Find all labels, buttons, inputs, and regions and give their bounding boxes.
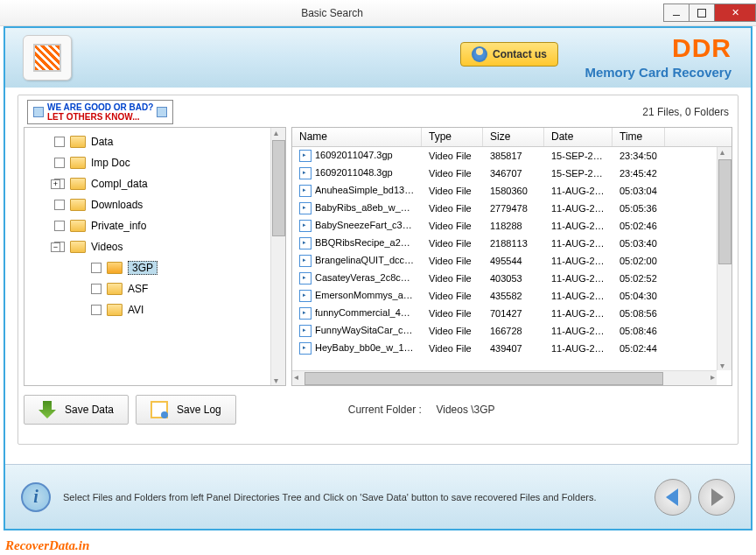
file-row[interactable]: EmersonMommys_a520_w...Video File4355821…	[292, 287, 732, 305]
file-icon	[299, 167, 312, 179]
file-size: 439407	[483, 343, 544, 354]
checkbox[interactable]	[91, 263, 102, 273]
tree-node-data[interactable]: Data	[24, 131, 285, 152]
file-time: 23:34:50	[612, 151, 665, 161]
tree-scrollbar[interactable]	[270, 128, 285, 385]
column-time[interactable]: Time	[612, 128, 665, 146]
folder-icon	[107, 283, 122, 295]
file-row[interactable]: BabySneezeFart_c3e2_w...Video File118288…	[292, 217, 732, 235]
current-folder-value: Videos \3GP	[436, 404, 494, 416]
list-header: Name Type Size Date Time	[292, 128, 732, 147]
file-type: Video File	[422, 151, 483, 161]
folder-icon	[70, 178, 86, 190]
expand-icon[interactable]: −	[51, 242, 60, 252]
file-type: Video File	[422, 221, 483, 231]
contact-icon	[472, 46, 487, 62]
checkbox[interactable]	[91, 305, 102, 315]
current-folder-label: Current Folder :	[348, 404, 422, 416]
save-data-button[interactable]: Save Data	[24, 395, 129, 425]
file-name: CasateyVeras_2c8c_w_1...	[315, 272, 422, 283]
close-button[interactable]	[714, 4, 756, 22]
file-type: Video File	[422, 326, 483, 336]
feedback-badge[interactable]: WE ARE GOOD OR BAD? LET OTHERS KNOW...	[27, 100, 173, 124]
column-type[interactable]: Type	[422, 128, 483, 146]
tree-node-avi[interactable]: AVI	[24, 299, 285, 320]
file-time: 05:02:46	[612, 221, 665, 231]
file-row[interactable]: BrangelinaQUIT_dccc_w_...Video File49554…	[292, 252, 732, 270]
file-row[interactable]: funnyCommercial_4735_w...Video File70142…	[292, 305, 732, 322]
file-date: 11-AUG-2011	[544, 238, 612, 249]
tree-node-asf[interactable]: ASF	[24, 278, 285, 299]
checkbox[interactable]	[54, 200, 65, 210]
checkbox[interactable]	[54, 158, 65, 168]
contact-us-button[interactable]: Contact us	[460, 42, 558, 67]
column-name[interactable]: Name	[292, 128, 422, 146]
save-data-label: Save Data	[65, 404, 114, 416]
list-horizontal-scrollbar[interactable]	[292, 370, 717, 385]
file-name: BBQRibsRecipe_a21d_w_...	[315, 237, 422, 248]
file-time: 05:02:52	[612, 273, 665, 284]
thumbs-up-icon	[33, 107, 44, 117]
file-size: 2779478	[483, 203, 544, 214]
file-date: 11-AUG-2011	[544, 221, 612, 231]
file-row[interactable]: BBQRibsRecipe_a21d_w_...Video File218811…	[292, 235, 732, 252]
tree-scroll-thumb[interactable]	[272, 140, 285, 236]
file-row[interactable]: AnuheaSimple_bd13_w_1...Video File158036…	[292, 182, 732, 200]
tree-node-3gp[interactable]: 3GP	[24, 257, 285, 278]
file-row[interactable]: HeyBaby_bb0e_w_1.3gpVideo File43940711-A…	[292, 340, 732, 357]
file-time: 23:45:42	[612, 168, 665, 179]
file-size: 385817	[483, 151, 544, 161]
checkbox[interactable]	[54, 221, 65, 231]
list-hscroll-thumb[interactable]	[304, 372, 663, 385]
tree-label: Data	[91, 136, 113, 148]
file-time: 05:02:44	[612, 343, 665, 354]
file-row[interactable]: BabyRibs_a8eb_w_1.3gpVideo File277947811…	[292, 200, 732, 217]
column-date[interactable]: Date	[544, 128, 612, 146]
file-date: 15-SEP-2011	[544, 151, 612, 161]
save-log-button[interactable]: Save Log	[136, 395, 236, 425]
file-time: 05:03:40	[612, 238, 665, 249]
file-row[interactable]: CasateyVeras_2c8c_w_1...Video File403053…	[292, 270, 732, 287]
checkbox[interactable]	[54, 137, 65, 147]
tree-label: Private_info	[91, 220, 146, 232]
file-name: HeyBaby_bb0e_w_1.3gp	[315, 342, 422, 353]
column-size[interactable]: Size	[483, 128, 544, 146]
tree-node-videos[interactable]: −Videos	[24, 236, 285, 257]
arrow-right-icon	[711, 488, 724, 506]
tree-node-private-info[interactable]: Private_info	[24, 215, 285, 236]
minimize-button[interactable]	[663, 4, 690, 22]
log-icon	[150, 401, 168, 418]
expand-icon[interactable]: +	[51, 179, 60, 189]
file-name: BabySneezeFart_c3e2_w...	[315, 220, 422, 230]
file-size: 346707	[483, 168, 544, 179]
tree-label: Compl_data	[91, 178, 148, 190]
file-icon	[299, 220, 312, 232]
file-icon	[299, 307, 312, 320]
tree-node-imp-doc[interactable]: Imp Doc	[24, 152, 285, 173]
info-text: Select Files and Folders from left Panel…	[63, 492, 648, 502]
folder-icon	[70, 136, 86, 148]
checkbox[interactable]	[91, 284, 102, 294]
maximize-button[interactable]	[689, 4, 715, 22]
tree-node-compl-data[interactable]: +Compl_data	[24, 173, 285, 194]
tree-node-downloads[interactable]: Downloads	[24, 194, 285, 215]
file-date: 11-AUG-2011	[544, 186, 612, 196]
file-date: 15-SEP-2011	[544, 168, 612, 179]
file-date: 11-AUG-2011	[544, 308, 612, 319]
file-date: 11-AUG-2011	[544, 256, 612, 266]
list-vscroll-thumb[interactable]	[718, 159, 732, 264]
file-type: Video File	[422, 168, 483, 179]
folder-icon	[70, 199, 86, 211]
list-vertical-scrollbar[interactable]	[717, 147, 732, 370]
file-type: Video File	[422, 343, 483, 354]
file-row[interactable]: FunnyWaySitaCar_cefb_...Video File166728…	[292, 322, 732, 340]
file-size: 403053	[483, 273, 544, 284]
file-icon	[299, 185, 312, 197]
file-icon	[299, 255, 312, 267]
file-row[interactable]: 16092011048.3gpVideo File34670715-SEP-20…	[292, 165, 732, 182]
file-list-pane: Name Type Size Date Time 16092011047.3gp…	[291, 127, 732, 386]
file-row[interactable]: 16092011047.3gpVideo File38581715-SEP-20…	[292, 147, 732, 165]
back-button[interactable]	[654, 479, 691, 516]
file-date: 11-AUG-2011	[544, 273, 612, 284]
forward-button[interactable]	[698, 479, 735, 516]
